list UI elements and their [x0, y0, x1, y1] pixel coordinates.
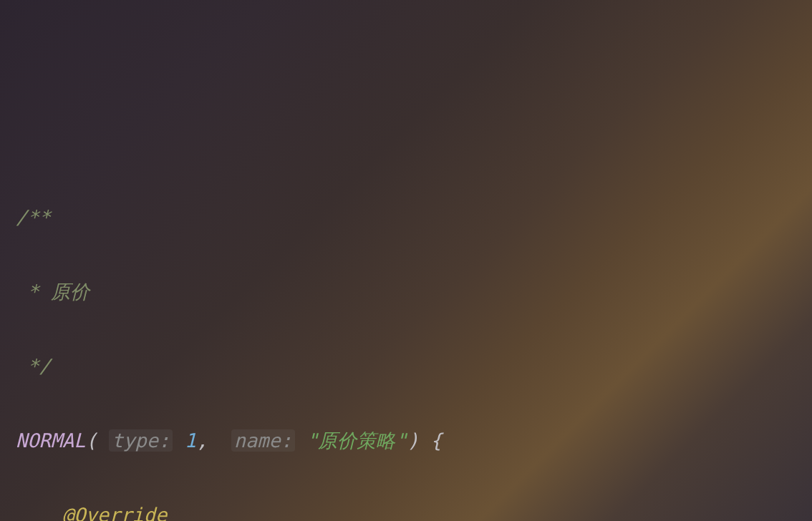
doc-comment-text: * 原价	[16, 281, 90, 303]
code-line: * 原价	[16, 273, 812, 311]
paren-close: )	[407, 429, 419, 452]
doc-comment-open: /**	[16, 206, 51, 228]
code-line: /**	[16, 199, 812, 236]
brace-open: {	[430, 429, 442, 452]
enum-constant: NORMAL	[16, 429, 86, 452]
doc-comment-close: */	[16, 355, 51, 377]
annotation-override: @Override	[62, 504, 167, 521]
number-literal: 1	[185, 429, 196, 452]
inlay-hint-type: type:	[109, 429, 173, 452]
code-line: @Override	[16, 497, 812, 521]
code-line: */	[16, 348, 812, 385]
inlay-hint-name: name:	[231, 429, 295, 452]
string-literal: "原价策略"	[306, 429, 407, 452]
comma: ,	[196, 429, 208, 452]
paren-open: (	[86, 429, 97, 452]
code-line: NORMAL( type: 1, name: "原价策略") {	[16, 422, 812, 459]
code-editor[interactable]: /** * 原价 */ NORMAL( type: 1, name: "原价策略…	[16, 162, 812, 521]
